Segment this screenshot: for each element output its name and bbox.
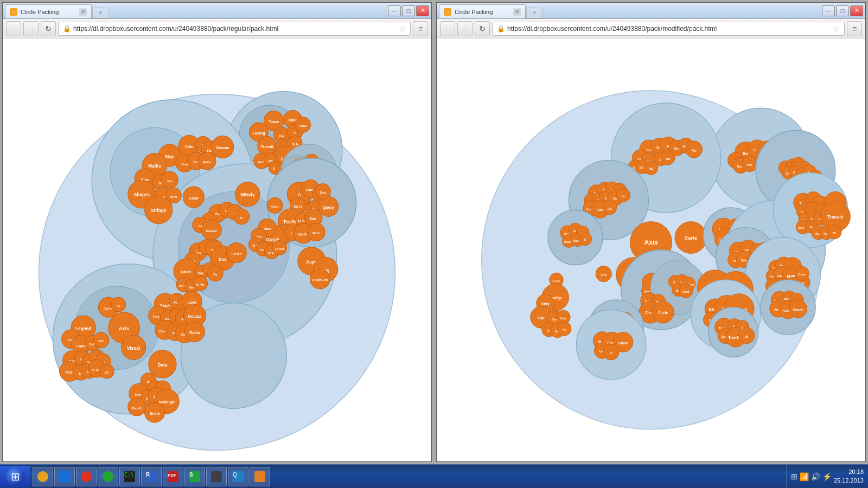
taskbar-item-11[interactable] [250, 467, 270, 486]
svg-text:Sch: Sch [292, 142, 298, 146]
svg-text:Agg: Agg [692, 149, 697, 152]
left-minimize-button[interactable]: ─ [388, 5, 401, 16]
left-window-controls: ─ □ ✕ [388, 5, 429, 16]
left-title-bar: ○ Circle Packing ✕ + ─ □ ✕ [3, 3, 431, 19]
svg-text:ViTo: ViTo [98, 339, 104, 343]
svg-text:Com: Com [271, 204, 279, 208]
svg-text:IO: IO [547, 330, 550, 332]
left-menu-button[interactable]: ≡ [413, 21, 428, 36]
svg-text:Flar: Flar [538, 316, 545, 320]
taskbar-item-5[interactable]: C:\ [119, 467, 140, 486]
start-button[interactable] [0, 466, 30, 487]
tray-icon-2: 📶 [800, 472, 809, 481]
svg-text:Time: Time [263, 227, 271, 230]
left-address-text: https://dl.dropboxusercontent.com/u/2404… [73, 25, 397, 33]
svg-text:Da: Da [215, 212, 220, 216]
taskbar-icon-2 [59, 471, 70, 482]
svg-text:HiFibo: HiFibo [203, 160, 212, 164]
left-tab-close[interactable]: ✕ [79, 8, 87, 16]
left-maximize-button[interactable]: □ [402, 5, 415, 16]
right-forward-button[interactable]: → [457, 21, 473, 36]
left-browser-window: ○ Circle Packing ✕ + ─ □ ✕ ← → ↻ 🔒 https… [2, 2, 432, 462]
right-tab-close[interactable]: ✕ [513, 8, 521, 16]
svg-text:Si: Si [584, 239, 586, 241]
taskbar-icon-1 [37, 471, 48, 482]
taskbar-item-7[interactable]: PDF [163, 467, 183, 486]
left-tab[interactable]: ○ Circle Packing ✕ [5, 4, 92, 18]
right-menu-button[interactable]: ≡ [847, 21, 862, 36]
svg-text:Trans: Trans [269, 120, 279, 124]
svg-text:NBody: NBody [240, 192, 255, 197]
left-viz-container: Trans Twee Easing Par T Func Transit Seq [3, 38, 431, 461]
taskbar-item-1[interactable] [33, 467, 53, 486]
right-address-bar[interactable]: 🔒 https://dl.dropboxusercontent.com/u/24… [492, 22, 845, 36]
right-viz-container: Aspe Bet Link MCom IMD Date Comp [437, 38, 865, 461]
svg-text:Del Ci: Del Ci [294, 205, 302, 208]
svg-text:Da: Da [622, 195, 625, 198]
taskbar-item-10[interactable]: Q [228, 467, 248, 486]
svg-text:Tool: Tool [66, 370, 74, 375]
taskbar-item-9[interactable] [206, 467, 227, 486]
tray-icon-4: ⚡ [822, 472, 832, 481]
left-address-bar[interactable]: 🔒 https://dl.dropboxusercontent.com/u/24… [58, 22, 411, 36]
right-svg: Aspe Bet Link MCom IMD Date Comp [437, 38, 865, 461]
taskbar-icon-7: PDF [168, 471, 178, 482]
right-nav-bar: ← → ↻ 🔒 https://dl.dropboxusercontent.co… [437, 19, 865, 38]
left-close-button[interactable]: ✕ [416, 5, 429, 16]
svg-text:Legend: Legend [75, 326, 91, 331]
svg-text:Lo Ord: Lo Ord [275, 247, 284, 251]
right-tab[interactable]: ○ Circle Packing ✕ [439, 4, 526, 18]
taskbar-item-2[interactable] [54, 467, 75, 486]
taskbar: C:\ R PDF S Q ⊞ [0, 464, 868, 488]
taskbar-icon-8: S [189, 471, 200, 482]
svg-text:Dirt: Dirt [310, 217, 317, 221]
taskbar-item-4[interactable] [98, 467, 118, 486]
svg-text:Fis: Fis [213, 273, 218, 276]
tray-clock: 20:18 25.12.2013 [834, 468, 864, 485]
svg-text:Shor: Shor [747, 164, 753, 166]
svg-text:Li Rec: Li Rec [553, 280, 560, 282]
left-star-icon[interactable]: ☆ [399, 24, 406, 33]
right-refresh-button[interactable]: ↻ [475, 21, 490, 36]
svg-text:IM De: IM De [170, 195, 177, 198]
right-back-button[interactable]: ← [440, 21, 455, 36]
svg-text:Dist: Dist [219, 258, 226, 262]
tray-date-text: 25.12.2013 [834, 477, 864, 485]
svg-text:Strings: Strings [151, 208, 167, 213]
svg-text:Query: Query [323, 206, 334, 210]
new-tab-button-left[interactable]: + [92, 8, 108, 18]
left-back-button[interactable]: ← [6, 21, 21, 36]
right-minimize-button[interactable]: ─ [822, 5, 835, 16]
taskbar-item-3[interactable] [76, 467, 97, 486]
taskbar-tray: ⊞ 📶 🔊 ⚡ 20:18 25.12.2013 [786, 465, 868, 488]
taskbar-item-8[interactable]: S [184, 467, 205, 486]
svg-text:Geome: Geome [216, 146, 229, 150]
svg-text:Carte: Carte [685, 235, 697, 241]
svg-text:DataDat: DataDat [206, 229, 217, 233]
svg-text:RcL: RcL [649, 168, 654, 170]
svg-text:Transit: Transit [261, 145, 274, 149]
tray-time-text: 20:18 [834, 468, 864, 476]
right-address-text: https://dl.dropboxusercontent.com/u/2404… [507, 25, 831, 33]
taskbar-icon-4 [103, 471, 113, 482]
right-maximize-button[interactable]: □ [836, 5, 849, 16]
svg-text:Visual: Visual [127, 346, 140, 351]
right-content-area: Aspe Bet Link MCom IMD Date Comp [437, 38, 865, 461]
right-browser-window: ○ Circle Packing ✕ + ─ □ ✕ ← → ↻ 🔒 https… [436, 2, 866, 462]
svg-text:DataS: DataS [132, 406, 142, 410]
svg-text:Transiti: Transiti [827, 215, 843, 220]
left-address-icon: 🔒 [63, 25, 71, 33]
svg-text:T: T [294, 131, 296, 135]
svg-text:Func: Func [299, 124, 307, 127]
left-refresh-button[interactable]: ↻ [41, 21, 56, 36]
right-close-button[interactable]: ✕ [850, 5, 863, 16]
new-tab-button-right[interactable]: + [526, 8, 542, 18]
svg-text:Layou: Layou [618, 341, 628, 345]
taskbar-item-6[interactable]: R [141, 467, 162, 486]
svg-text:Radia: Radia [189, 331, 201, 335]
taskbar-icon-10: Q [233, 471, 244, 482]
svg-text:Easing: Easing [252, 131, 265, 136]
left-forward-button[interactable]: → [23, 21, 39, 36]
svg-text:Scale: Scale [150, 412, 160, 416]
right-star-icon[interactable]: ☆ [833, 24, 840, 33]
